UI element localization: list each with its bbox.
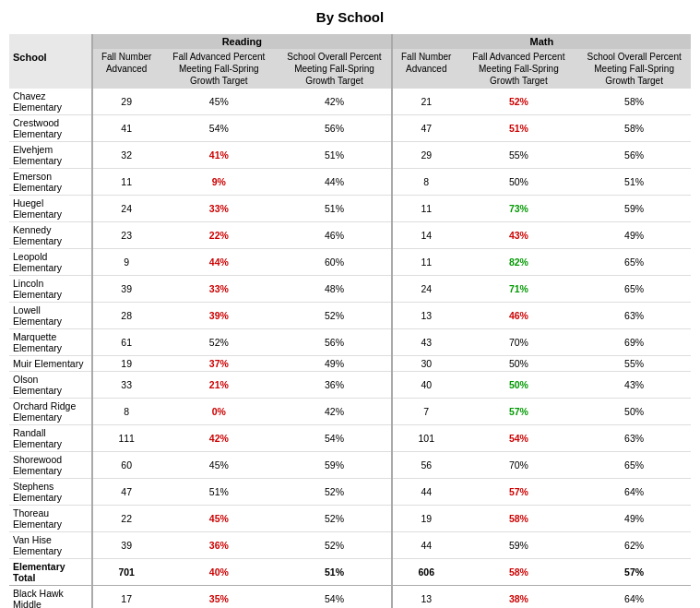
school-name: Thoreau Elementary: [9, 506, 92, 532]
table-row: Black Hawk Middle 17 35% 54% 13 38% 64%: [9, 586, 691, 609]
r-num-advanced: 23: [92, 222, 160, 249]
r-pct-meeting: 54%: [160, 115, 279, 142]
r-overall-pct: 60%: [278, 249, 392, 276]
school-name: Stephens Elementary: [9, 479, 92, 506]
m-overall-pct: 69%: [577, 329, 691, 356]
m-pct-meeting: 50%: [460, 356, 578, 372]
m-pct-meeting: 55%: [460, 142, 578, 169]
m-overall-pct: 58%: [577, 89, 691, 115]
r-overall-pct: 49%: [278, 356, 392, 372]
r-overall-pct: 44%: [278, 169, 392, 196]
r-num-advanced: 47: [92, 479, 160, 506]
m-pct-meeting: 43%: [460, 222, 578, 249]
reading-section-header: Reading: [92, 34, 392, 49]
r-overall-pct: 54%: [278, 425, 392, 452]
r-overall-pct: 59%: [278, 452, 392, 479]
school-name: Leopold Elementary: [9, 249, 92, 276]
r-num-advanced: 39: [92, 532, 160, 559]
r-num-advanced: 33: [92, 372, 160, 399]
school-name: Randall Elementary: [9, 425, 92, 452]
m-overall-pct: 65%: [577, 276, 691, 303]
r-pct-meeting: 45%: [160, 506, 279, 532]
m-pct-meeting: 59%: [460, 532, 578, 559]
r-num-advanced: 17: [92, 586, 160, 609]
m-num-advanced: 13: [392, 586, 460, 609]
r-num-advanced: 111: [92, 425, 160, 452]
m-num-advanced: 13: [392, 303, 460, 329]
table-row: Van Hise Elementary 39 36% 52% 44 59% 62…: [9, 532, 691, 559]
table-row: Lowell Elementary 28 39% 52% 13 46% 63%: [9, 303, 691, 329]
m-num-advanced: 11: [392, 196, 460, 222]
total-row: Elementary Total 701 40% 51% 606 58% 57%: [9, 559, 691, 586]
m-overall-pct: 55%: [577, 356, 691, 372]
school-name: Van Hise Elementary: [9, 532, 92, 559]
r-overall-pct: 52%: [278, 506, 392, 532]
m-pct-meeting: 51%: [460, 115, 578, 142]
table-row: Leopold Elementary 9 44% 60% 11 82% 65%: [9, 249, 691, 276]
school-name: Black Hawk Middle: [9, 586, 92, 609]
m-overall-pct: 51%: [577, 169, 691, 196]
school-section-blank: [9, 34, 92, 49]
m-num-advanced: 14: [392, 222, 460, 249]
m-pct-meeting: 58%: [460, 506, 578, 532]
r-pct-meeting: 36%: [160, 532, 279, 559]
m-overall-pct: 62%: [577, 532, 691, 559]
r-pct-meeting: 51%: [160, 479, 279, 506]
m-num-advanced: 47: [392, 115, 460, 142]
r-pct-meeting: 52%: [160, 329, 279, 356]
m-pct-meeting: 58%: [460, 559, 578, 586]
r-pct-meeting: 45%: [160, 452, 279, 479]
m-pct-meeting: 50%: [460, 372, 578, 399]
r-num-advanced: 11: [92, 169, 160, 196]
school-name: Chavez Elementary: [9, 89, 92, 115]
m-overall-pct: 58%: [577, 115, 691, 142]
r-pct-meeting: 35%: [160, 586, 279, 609]
r-num-adv-header: Fall Number Advanced: [92, 49, 160, 89]
r-overall-pct: 56%: [278, 115, 392, 142]
r-overall-pct: 56%: [278, 329, 392, 356]
m-pct-meeting: 71%: [460, 276, 578, 303]
m-pct-meeting: 54%: [460, 425, 578, 452]
r-pct-meeting: 41%: [160, 142, 279, 169]
main-table: Reading Math School Fall Number Advanced…: [9, 34, 691, 608]
m-num-advanced: 24: [392, 276, 460, 303]
r-pct-meeting: 33%: [160, 276, 279, 303]
m-num-advanced: 40: [392, 372, 460, 399]
m-num-advanced: 44: [392, 479, 460, 506]
school-name: Lowell Elementary: [9, 303, 92, 329]
m-num-advanced: 43: [392, 329, 460, 356]
r-pct-meeting-header: Fall Advanced Percent Meeting Fall-Sprin…: [160, 49, 279, 89]
table-row: Marquette Elementary 61 52% 56% 43 70% 6…: [9, 329, 691, 356]
r-num-advanced: 24: [92, 196, 160, 222]
r-num-advanced: 19: [92, 356, 160, 372]
school-name: Lincoln Elementary: [9, 276, 92, 303]
m-num-advanced: 101: [392, 425, 460, 452]
m-pct-meeting: 70%: [460, 329, 578, 356]
m-overall-pct: 59%: [577, 196, 691, 222]
table-row: Huegel Elementary 24 33% 51% 11 73% 59%: [9, 196, 691, 222]
school-name: Elvehjem Elementary: [9, 142, 92, 169]
school-name: Orchard Ridge Elementary: [9, 399, 92, 425]
m-overall-pct: 49%: [577, 222, 691, 249]
r-overall-pct: 52%: [278, 532, 392, 559]
m-overall-pct: 57%: [577, 559, 691, 586]
m-pct-meeting: 82%: [460, 249, 578, 276]
r-overall-pct: 48%: [278, 276, 392, 303]
table-row: Kennedy Elementary 23 22% 46% 14 43% 49%: [9, 222, 691, 249]
school-name: Crestwood Elementary: [9, 115, 92, 142]
r-num-advanced: 29: [92, 89, 160, 115]
table-row: Olson Elementary 33 21% 36% 40 50% 43%: [9, 372, 691, 399]
m-num-advanced: 29: [392, 142, 460, 169]
r-pct-meeting: 39%: [160, 303, 279, 329]
school-name: Elementary Total: [9, 559, 92, 586]
m-pct-meeting: 38%: [460, 586, 578, 609]
math-section-header: Math: [392, 34, 691, 49]
m-num-advanced: 8: [392, 169, 460, 196]
r-pct-meeting: 22%: [160, 222, 279, 249]
r-num-advanced: 60: [92, 452, 160, 479]
r-num-advanced: 39: [92, 276, 160, 303]
m-num-advanced: 56: [392, 452, 460, 479]
school-name: Marquette Elementary: [9, 329, 92, 356]
m-num-advanced: 21: [392, 89, 460, 115]
table-row: Lincoln Elementary 39 33% 48% 24 71% 65%: [9, 276, 691, 303]
